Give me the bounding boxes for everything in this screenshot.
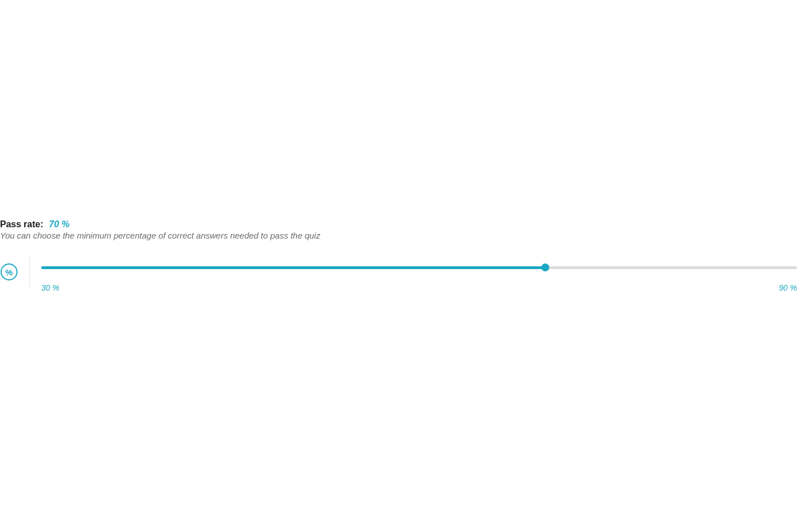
percent-icon-circle: % (1, 263, 18, 280)
slider-labels: 30 % 90 % (41, 283, 797, 292)
pass-rate-value: 70 % (49, 219, 70, 230)
slider-track-fill (41, 266, 545, 269)
slider-row: % 30 % 90 % (0, 256, 797, 292)
pass-rate-slider[interactable] (41, 263, 797, 272)
slider-min-label: 30 % (41, 283, 59, 292)
slider-thumb[interactable] (541, 263, 549, 271)
pass-rate-header: Pass rate: 70 % (0, 219, 797, 230)
pass-rate-label: Pass rate: (0, 219, 44, 230)
vertical-divider (29, 256, 30, 288)
slider-max-label: 90 % (779, 283, 797, 292)
slider-container: 30 % 90 % (41, 256, 797, 292)
percent-icon: % (0, 263, 18, 281)
pass-rate-section: Pass rate: 70 % You can choose the minim… (0, 219, 797, 292)
pass-rate-description: You can choose the minimum percentage of… (0, 231, 797, 240)
